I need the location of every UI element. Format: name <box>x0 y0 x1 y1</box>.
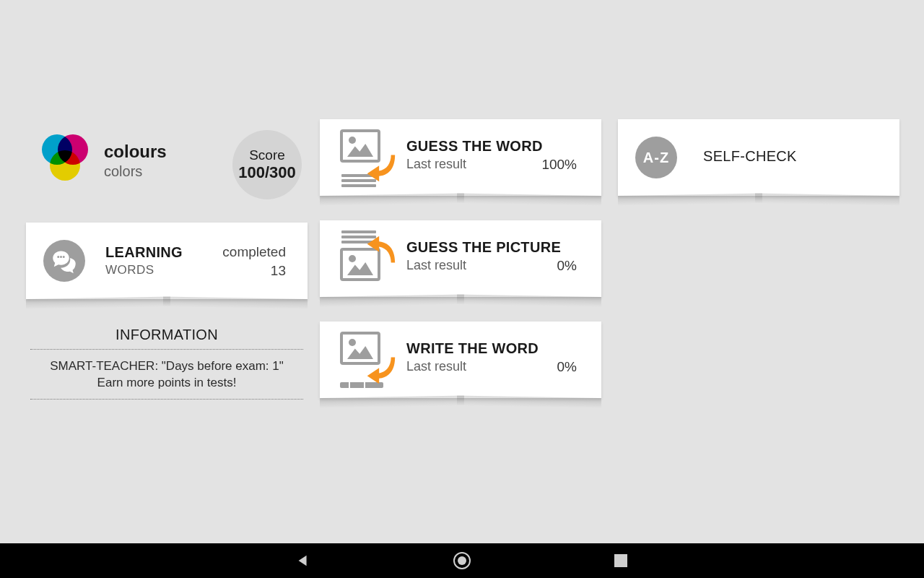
learning-card[interactable]: LEARNING WORDS completed 13 <box>26 223 308 299</box>
write-word-icon <box>336 332 398 388</box>
category-subtitle: colors <box>104 163 142 180</box>
score-value: 100/300 <box>238 163 296 182</box>
guess-word-card[interactable]: GUESS THE WORD Last result 100% <box>320 119 601 196</box>
information-panel: INFORMATION SMART-TEACHER: "Days before … <box>26 327 308 400</box>
learning-title: LEARNING <box>105 244 183 261</box>
nav-recent-button[interactable] <box>610 550 632 571</box>
learning-subtitle: WORDS <box>105 263 154 277</box>
information-heading: INFORMATION <box>26 327 308 349</box>
guess-picture-subtitle: Last result <box>406 258 466 273</box>
write-word-card[interactable]: WRITE THE WORD Last result 0% <box>320 322 601 398</box>
write-word-percent: 0% <box>557 359 577 375</box>
information-line1: SMART-TEACHER: "Days before exam: 1" <box>40 358 293 375</box>
android-navbar <box>0 543 924 578</box>
score-badge: Score 100/300 <box>232 130 302 199</box>
self-check-card[interactable]: A-Z SELF-CHECK <box>618 119 899 196</box>
self-check-title: SELF-CHECK <box>703 148 797 165</box>
learning-status-label: completed <box>222 244 286 260</box>
information-line2: Earn more points in tests! <box>40 375 293 392</box>
colours-icon <box>38 131 95 189</box>
category-title: colours <box>104 142 167 162</box>
guess-picture-icon <box>336 230 398 287</box>
az-icon: A-Z <box>635 137 677 178</box>
learning-status-value: 13 <box>271 263 286 279</box>
nav-home-button[interactable] <box>451 550 473 571</box>
guess-word-icon <box>336 129 398 186</box>
guess-word-percent: 100% <box>541 157 577 173</box>
guess-word-title: GUESS THE WORD <box>406 138 543 155</box>
nav-back-button[interactable] <box>292 550 314 571</box>
guess-word-subtitle: Last result <box>406 157 466 172</box>
write-word-subtitle: Last result <box>406 359 466 374</box>
guess-picture-title: GUESS THE PICTURE <box>406 239 561 256</box>
guess-picture-card[interactable]: GUESS THE PICTURE Last result 0% <box>320 220 601 297</box>
score-label: Score <box>249 147 285 163</box>
write-word-title: WRITE THE WORD <box>406 340 539 357</box>
guess-picture-percent: 0% <box>557 258 577 274</box>
chat-bubbles-icon <box>43 240 85 282</box>
